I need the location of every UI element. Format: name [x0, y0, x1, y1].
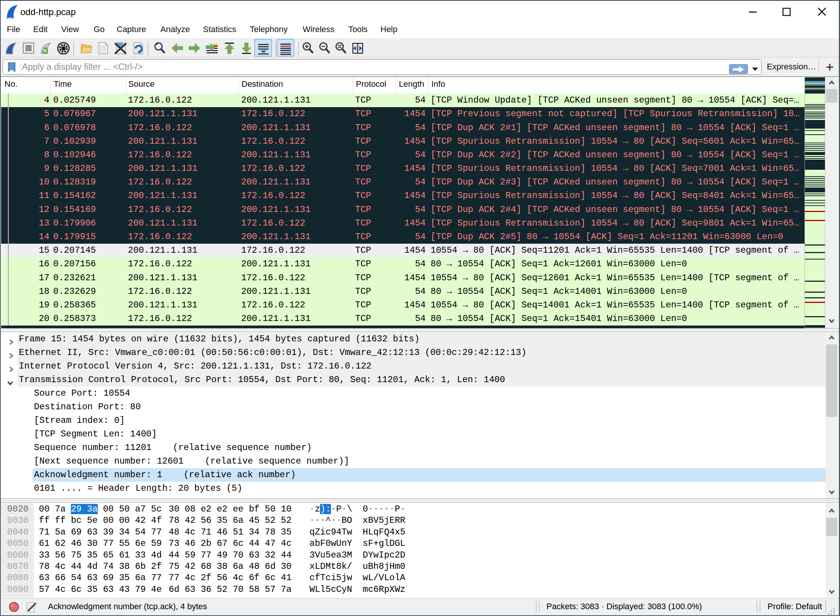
svg-text:0111: 0111 — [100, 51, 106, 54]
